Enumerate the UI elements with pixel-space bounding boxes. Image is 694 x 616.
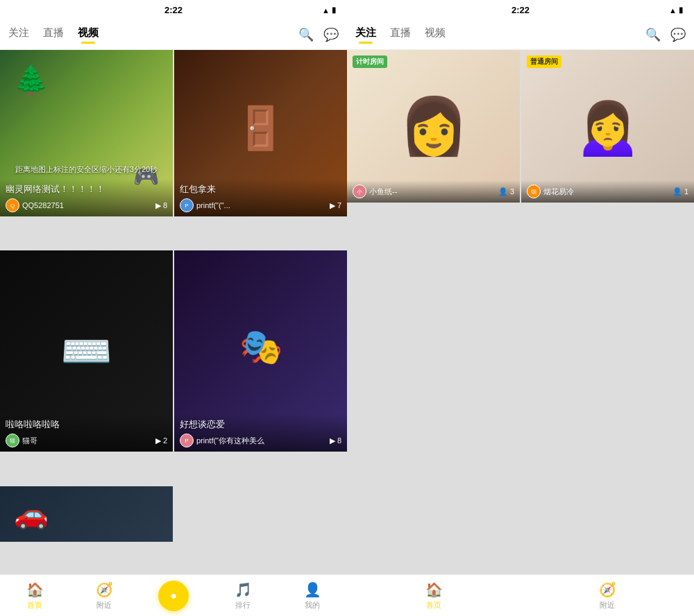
search-icon-right[interactable]: 🔍: [645, 27, 661, 42]
nearby-icon-right: 🧭: [599, 581, 616, 598]
bottom-nav-nearby-right[interactable]: 🧭 附近: [520, 581, 694, 610]
battery-icon-left: ▮: [332, 6, 336, 15]
signal-left: ▲ ▮: [322, 6, 336, 15]
play-icon-door: ▶: [330, 201, 335, 210]
bottom-nav-right: 🏠 首页 🧭 附近: [347, 574, 694, 616]
spacer-right: [347, 260, 694, 316]
bottom-nav-left: 🏠 首页 🧭 附近 ● 🎵 排行 👤 我的: [0, 574, 347, 616]
card-meta-keyboard: 猫 猫哥 ▶ 2: [6, 434, 167, 447]
video-card-girl1[interactable]: 计时房间 小 小鱼纸-- 👤 3: [347, 50, 520, 203]
time-right: 2:22: [511, 5, 530, 15]
card-meta-game: Q QQ5282751 ▶ 8: [6, 198, 167, 212]
view-count-door: 7: [337, 201, 341, 209]
card-views-game: ▶ 8: [155, 201, 167, 210]
search-icon-left[interactable]: 🔍: [298, 27, 314, 42]
view-count-game: 8: [163, 201, 167, 209]
card-author-keyboard: 猫 猫哥: [6, 434, 37, 447]
me-label-left: 我的: [305, 600, 320, 610]
tab-follow-left[interactable]: 关注: [8, 26, 29, 42]
avatar-girl1: 小: [353, 185, 366, 198]
nav-icons-left: 🔍 💬: [298, 27, 339, 42]
thumbnail-girl1: [347, 50, 520, 203]
message-icon-left[interactable]: 💬: [323, 27, 339, 42]
card-views-drama: ▶ 8: [330, 436, 341, 445]
video-card-keyboard[interactable]: 啦咯啦咯啦咯 猫 猫哥 ▶ 2: [0, 250, 173, 452]
tab-live-right[interactable]: 直播: [390, 26, 411, 42]
card-author-drama: P printf("你有这种美么: [180, 434, 264, 447]
play-icon-keyboard: ▶: [155, 436, 161, 445]
subtitle-game: 距离地图上标注的安全区缩小还有3分20秒: [0, 164, 173, 175]
card-title-keyboard: 啦咯啦咯啦咯: [6, 418, 167, 431]
author-name-keyboard: 猫哥: [22, 436, 37, 446]
nearby-label-left: 附近: [96, 600, 112, 610]
view-count-girl1: 3: [510, 187, 514, 196]
card-overlay-drama: 好想谈恋爱 P printf("你有这种美么 ▶ 8: [174, 414, 347, 452]
tab-video-left[interactable]: 视频: [78, 26, 99, 42]
bottom-nav-home-right[interactable]: 🏠 首页: [347, 581, 520, 610]
battery-icon-right: ▮: [679, 6, 683, 15]
tab-video-right[interactable]: 视频: [425, 26, 446, 42]
home-label-right: 首页: [426, 600, 441, 610]
card-author-girl2: 烟 烟花易冷: [527, 185, 574, 198]
video-card-partial[interactable]: [0, 486, 173, 542]
center-btn-left[interactable]: ●: [158, 581, 189, 611]
left-panel: 2:22 ▲ ▮ 关注 直播 视频 🔍 💬 距离地图上标注的安全区缩小还有3分2…: [0, 0, 347, 616]
top-nav-right: 关注 直播 视频 🔍 💬: [347, 19, 694, 50]
tab-live-left[interactable]: 直播: [43, 26, 64, 42]
view-count-girl2: 1: [684, 187, 688, 196]
bottom-nav-nearby-left[interactable]: 🧭 附近: [69, 581, 139, 610]
bottom-nav-home-left[interactable]: 🏠 首页: [0, 581, 69, 610]
avatar-girl2: 烟: [527, 185, 541, 198]
card-views-girl2: 👤 1: [672, 187, 688, 196]
bottom-nav-me-left[interactable]: 👤 我的: [278, 581, 347, 610]
video-card-game[interactable]: 距离地图上标注的安全区缩小还有3分20秒 幽灵网络测试！！！！！ Q QQ528…: [0, 50, 173, 216]
card-title-drama: 好想谈恋爱: [180, 418, 341, 431]
content-grid-left: 距离地图上标注的安全区缩小还有3分20秒 幽灵网络测试！！！！！ Q QQ528…: [0, 50, 347, 574]
person-icon-girl1: 👤: [498, 187, 508, 196]
right-panel: 2:22 ▲ ▮ 关注 直播 视频 🔍 💬 计时房间 小 小鱼: [347, 0, 694, 616]
badge-girl1: 计时房间: [353, 55, 387, 68]
video-card-girl2[interactable]: 普通房间 烟 烟花易冷 👤 1: [521, 50, 694, 203]
center-icon-left: ●: [170, 590, 177, 602]
view-count-drama: 8: [337, 436, 341, 445]
card-views-girl1: 👤 3: [498, 187, 514, 196]
card-author-girl1: 小 小鱼纸--: [353, 185, 397, 198]
nearby-label-right: 附近: [600, 600, 615, 610]
avatar-keyboard: 猫: [6, 434, 19, 447]
time-left: 2:22: [164, 5, 183, 15]
home-icon-left: 🏠: [26, 581, 44, 598]
nav-tabs-right: 关注 直播 视频: [355, 26, 645, 42]
thumbnail-girl2: [521, 50, 694, 203]
bottom-nav-rank-left[interactable]: 🎵 排行: [208, 581, 278, 610]
view-count-keyboard: 2: [163, 436, 167, 445]
home-icon-right: 🏠: [425, 581, 443, 598]
message-icon-right[interactable]: 💬: [670, 27, 686, 42]
card-meta-door: P printf("("... ▶ 7: [180, 198, 341, 212]
card-overlay-game: 幽灵网络测试！！！！！ Q QQ5282751 ▶ 8: [0, 179, 173, 216]
signal-right: ▲ ▮: [669, 6, 683, 15]
content-grid-right: 计时房间 小 小鱼纸-- 👤 3 普通房间: [347, 50, 694, 574]
status-bar-left: 2:22 ▲ ▮: [0, 0, 347, 19]
bottom-nav-center-left[interactable]: ●: [139, 581, 208, 611]
home-label-left: 首页: [27, 600, 42, 610]
card-views-door: ▶ 7: [330, 201, 341, 210]
card-overlay-girl1: 小 小鱼纸-- 👤 3: [347, 180, 520, 203]
rank-icon-left: 🎵: [235, 581, 252, 598]
video-card-door[interactable]: 红包拿来 P printf("("... ▶ 7: [174, 50, 347, 216]
me-icon-left: 👤: [304, 581, 321, 598]
thumbnail-partial: [0, 486, 173, 542]
video-card-drama[interactable]: 好想谈恋爱 P printf("你有这种美么 ▶ 8: [174, 250, 347, 452]
card-overlay-girl2: 烟 烟花易冷 👤 1: [521, 180, 694, 203]
card-title-game: 幽灵网络测试！！！！！: [6, 183, 167, 196]
play-icon-game: ▶: [155, 201, 161, 210]
status-bar-right: 2:22 ▲ ▮: [347, 0, 694, 19]
avatar-drama: P: [180, 434, 194, 447]
nav-tabs-left: 关注 直播 视频: [8, 26, 298, 42]
card-author-door: P printf("("...: [180, 198, 230, 212]
nearby-icon-left: 🧭: [96, 581, 113, 598]
play-icon-drama: ▶: [330, 436, 335, 445]
tab-follow-right[interactable]: 关注: [355, 26, 376, 42]
wifi-icon-left: ▲: [322, 6, 330, 14]
card-author-game: Q QQ5282751: [6, 198, 64, 212]
person-icon-girl2: 👤: [672, 187, 682, 196]
